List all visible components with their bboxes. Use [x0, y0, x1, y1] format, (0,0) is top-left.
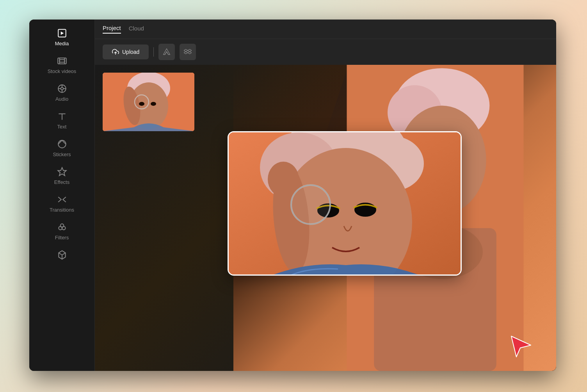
sidebar-item-audio[interactable]: Audio: [29, 79, 94, 107]
upload-cloud-icon: [112, 48, 119, 55]
svg-marker-54: [511, 336, 531, 357]
sidebar-item-media[interactable]: Media: [29, 23, 94, 51]
sidebar-label-filters: Filters: [55, 235, 69, 241]
svg-rect-3: [59, 60, 64, 62]
sidebar-item-stickers[interactable]: Stickers: [29, 134, 94, 162]
media-area: [95, 65, 556, 371]
svg-line-20: [62, 253, 66, 255]
svg-marker-15: [58, 167, 66, 176]
svg-point-18: [60, 224, 64, 227]
svg-point-51: [268, 162, 299, 197]
svg-marker-1: [60, 32, 64, 35]
svg-point-53: [291, 185, 330, 224]
divider: [153, 47, 154, 57]
cursor-arrow-svg: [509, 334, 533, 358]
app-window: Media Stock videos Audio: [29, 20, 556, 371]
svg-point-39: [139, 102, 144, 106]
cursor-arrow: [509, 334, 533, 359]
preview-background: [95, 65, 556, 371]
upload-button[interactable]: Upload: [103, 45, 149, 59]
sidebar-label-audio: Audio: [55, 96, 68, 102]
tabs-bar: Project Cloud: [95, 20, 556, 39]
google-drive-icon: [163, 48, 171, 56]
featured-card-inner: [229, 132, 461, 274]
featured-card: [228, 131, 462, 276]
sidebar-item-transitions[interactable]: Transitions: [29, 190, 94, 217]
dropbox-icon: [184, 48, 192, 56]
sidebar-label-effects: Effects: [54, 179, 70, 185]
media-thumbnail[interactable]: [103, 73, 194, 131]
thumbnail-image: [103, 73, 194, 131]
svg-rect-2: [58, 58, 66, 64]
sidebar-item-filters[interactable]: Filters: [29, 217, 94, 245]
upload-label: Upload: [122, 49, 139, 55]
sidebar-label-text: Text: [57, 124, 67, 130]
sidebar-item-stock-videos[interactable]: Stock videos: [29, 51, 94, 79]
sidebar: Media Stock videos Audio: [29, 20, 95, 371]
sidebar-item-text[interactable]: Text: [29, 107, 94, 134]
google-drive-button[interactable]: [158, 44, 175, 60]
sidebar-label-transitions: Transitions: [50, 207, 74, 213]
svg-point-14: [58, 140, 66, 148]
main-content: Project Cloud Upload: [95, 20, 556, 371]
upload-bar: Upload: [95, 39, 556, 65]
featured-person-svg: [229, 132, 461, 274]
svg-point-7: [60, 87, 63, 90]
dropbox-button[interactable]: [180, 44, 196, 60]
sidebar-item-3d[interactable]: [29, 245, 94, 265]
thumbnail-person-svg: [103, 73, 194, 131]
svg-line-19: [59, 253, 62, 255]
sidebar-item-effects[interactable]: Effects: [29, 162, 94, 190]
sidebar-label-stickers: Stickers: [53, 151, 71, 157]
sidebar-label-stock: Stock videos: [48, 68, 76, 74]
tab-project[interactable]: Project: [103, 25, 121, 34]
tab-cloud[interactable]: Cloud: [129, 25, 144, 33]
svg-point-40: [151, 102, 156, 106]
sidebar-label-media: Media: [55, 41, 69, 46]
